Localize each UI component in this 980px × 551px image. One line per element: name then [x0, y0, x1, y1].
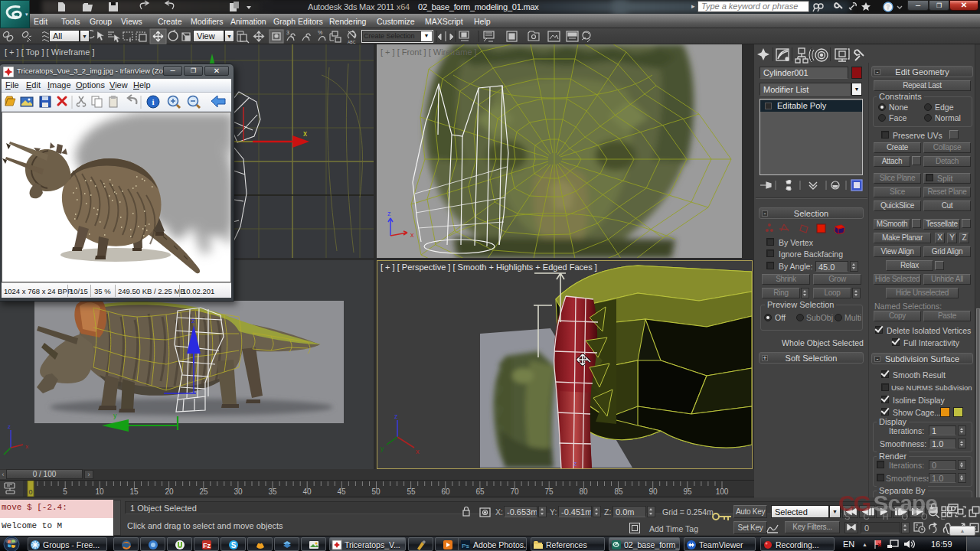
- svg-text:40: 40: [302, 487, 312, 496]
- svg-text:z: z: [191, 317, 195, 324]
- svg-text:z: z: [394, 412, 398, 420]
- svg-text:%: %: [318, 30, 322, 35]
- svg-text:x: x: [416, 448, 420, 455]
- svg-text:45: 45: [337, 487, 346, 496]
- svg-text:70: 70: [510, 487, 519, 496]
- svg-text:0: 0: [28, 488, 32, 496]
- svg-text:95: 95: [683, 487, 692, 496]
- svg-text:65: 65: [475, 487, 485, 496]
- svg-text:90: 90: [648, 487, 658, 496]
- svg-text:85: 85: [614, 487, 623, 496]
- svg-text:?: ?: [887, 3, 890, 11]
- svg-text:z: z: [387, 210, 391, 217]
- svg-text:15: 15: [129, 487, 139, 496]
- svg-text:y: y: [381, 445, 384, 452]
- svg-text:z: z: [8, 423, 11, 430]
- svg-text:80: 80: [579, 487, 588, 496]
- svg-text:x: x: [25, 443, 28, 450]
- svg-text:i: i: [152, 97, 154, 106]
- svg-text:35: 35: [268, 487, 277, 496]
- svg-text:x: x: [410, 231, 414, 239]
- svg-text:75: 75: [544, 487, 554, 496]
- svg-text:10: 10: [95, 487, 104, 496]
- svg-text:20: 20: [165, 487, 174, 496]
- svg-text:5: 5: [63, 487, 67, 496]
- svg-text:z: z: [573, 460, 577, 468]
- svg-text:Ps: Ps: [462, 543, 469, 549]
- svg-text:3: 3: [286, 30, 289, 35]
- svg-text:60: 60: [441, 487, 450, 496]
- svg-text:50: 50: [371, 487, 381, 496]
- svg-text:y: y: [113, 412, 117, 419]
- svg-text:Fz: Fz: [203, 542, 211, 549]
- svg-text:100: 100: [716, 487, 729, 496]
- svg-text:x: x: [303, 129, 307, 138]
- svg-text:25: 25: [199, 487, 208, 496]
- svg-text:30: 30: [234, 487, 243, 496]
- svg-text:55: 55: [407, 487, 416, 496]
- svg-text:S: S: [231, 541, 237, 549]
